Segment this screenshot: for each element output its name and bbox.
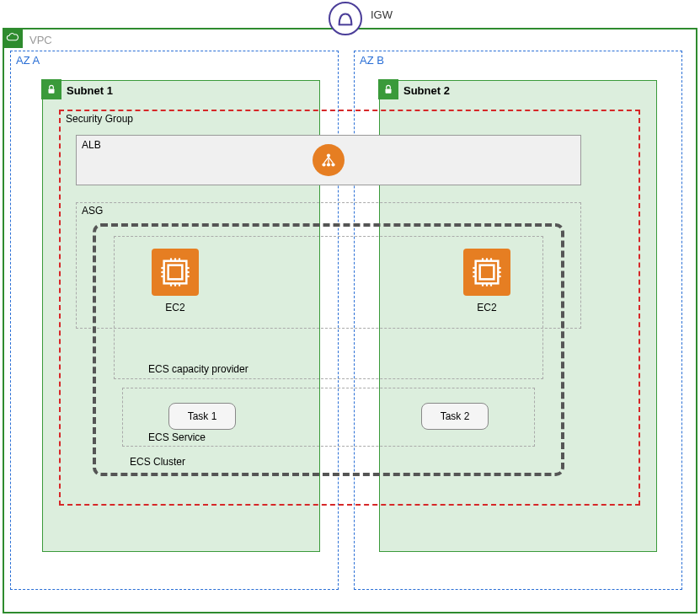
alb-icon	[313, 144, 345, 176]
alb-label: ALB	[82, 139, 101, 151]
load-balancer-icon	[319, 151, 338, 169]
gateway-arch-icon	[336, 9, 355, 28]
igw-icon	[329, 2, 362, 35]
svg-line-9	[329, 157, 334, 163]
cloud-icon	[6, 31, 19, 45]
ecs-cluster-label: ECS Cluster	[130, 456, 185, 468]
chip-icon	[470, 255, 504, 289]
subnet-1-badge	[41, 79, 61, 99]
alb-box: ALB	[76, 135, 581, 185]
ec2-1-label: EC2	[152, 302, 199, 313]
task-1-label: Task 1	[188, 410, 217, 422]
chip-icon	[158, 255, 192, 289]
lock-icon	[45, 83, 57, 95]
vpc-label: VPC	[29, 34, 52, 46]
task-2: Task 2	[421, 403, 489, 430]
svg-point-6	[331, 163, 334, 166]
svg-point-4	[322, 163, 325, 166]
task-2-label: Task 2	[441, 410, 470, 422]
subnet-2-label: Subnet 2	[403, 84, 450, 97]
ecs-capacity-provider-label: ECS capacity provider	[148, 363, 248, 375]
svg-point-5	[327, 163, 330, 166]
igw-label: IGW	[371, 8, 393, 21]
vpc-badge	[3, 28, 23, 48]
svg-rect-24	[480, 265, 494, 280]
az-b-label: AZ B	[360, 54, 384, 67]
svg-point-3	[327, 153, 330, 157]
asg-label: ASG	[82, 205, 103, 217]
svg-rect-1	[49, 88, 55, 93]
svg-line-7	[324, 157, 329, 163]
ec2-2-label: EC2	[463, 302, 510, 313]
subnet-1-label: Subnet 1	[67, 84, 113, 97]
security-group-label: Security Group	[66, 113, 133, 125]
az-a-label: AZ A	[16, 54, 40, 67]
svg-rect-10	[168, 265, 183, 280]
ec2-instance-1-icon	[152, 249, 199, 296]
subnet-2-badge	[378, 79, 398, 99]
lock-icon	[382, 83, 394, 95]
task-1: Task 1	[168, 403, 236, 430]
svg-rect-2	[386, 88, 392, 93]
ec2-instance-2-icon	[463, 249, 510, 296]
ecs-service-label: ECS Service	[148, 431, 206, 443]
